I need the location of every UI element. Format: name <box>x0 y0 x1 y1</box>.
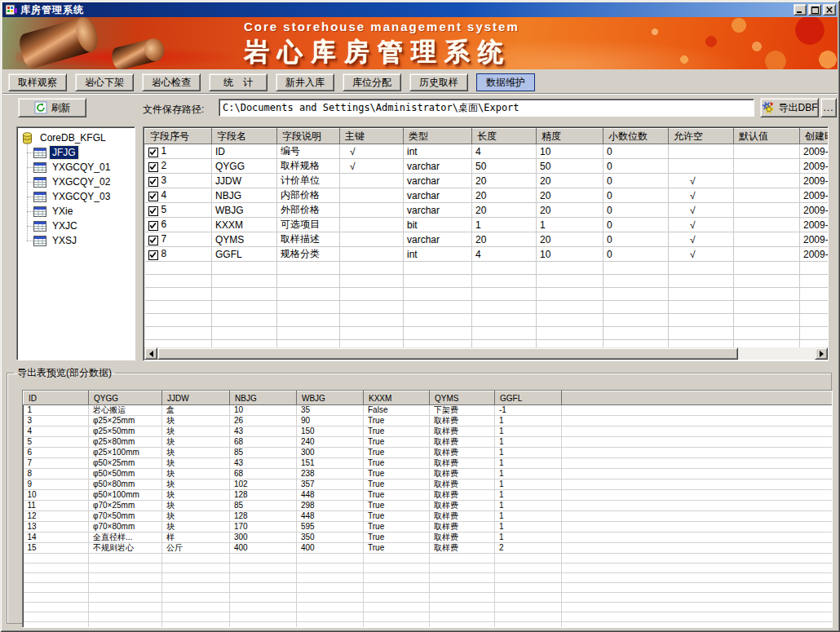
field-cell-precision: 1 <box>537 218 603 232</box>
checkbox-checked[interactable] <box>148 250 158 260</box>
preview-cell <box>562 448 833 458</box>
nav-button-8[interactable]: 数据维护 <box>476 73 535 91</box>
preview-column-header-6[interactable]: KXXM <box>364 391 430 405</box>
field-row[interactable]: 1ID编号√int41002009-4- <box>145 144 829 159</box>
fields-column-header-7[interactable]: 精度 <box>537 129 603 144</box>
scrollbar-thumb[interactable] <box>157 347 738 360</box>
field-cell-precision: 20 <box>537 174 603 188</box>
fields-column-header-11[interactable]: 创建时 <box>800 129 829 144</box>
preview-cell: 1 <box>495 511 562 522</box>
field-cell-desc: 可选项目 <box>277 218 340 232</box>
tree-item-YXie[interactable]: YXie <box>19 204 133 219</box>
field-row[interactable]: 8GGFL规格分类int4100√2009-4- <box>145 247 829 262</box>
export-dbf-button[interactable]: 导出DBF <box>760 98 819 117</box>
tree-item-YXGCQY_03[interactable]: YXGCQY_03 <box>19 189 133 204</box>
preview-column-header-5[interactable]: WBJG <box>297 391 364 405</box>
tree-item-YXGCQY_01[interactable]: YXGCQY_01 <box>19 160 133 175</box>
field-row[interactable]: 3JJDW计价单位varchar20200√2009-4- <box>145 174 829 188</box>
tree-item-YXSJ[interactable]: YXSJ <box>19 233 133 248</box>
field-cell-desc: 取样规格 <box>277 159 340 174</box>
nav-button-6[interactable]: 库位分配 <box>343 73 401 91</box>
field-row[interactable]: 2QYGG取样规格√varchar505002009-4- <box>145 159 829 174</box>
preview-column-header-2[interactable]: QYGG <box>89 391 162 405</box>
field-row[interactable]: 4NBJG内部价格varchar20200√2009-4- <box>145 188 829 203</box>
empty-cell <box>734 275 800 288</box>
preview-column-header-8[interactable]: GGFL <box>495 391 562 405</box>
field-row[interactable]: 5WBJG外部价格varchar20200√2009-4- <box>145 203 829 218</box>
fields-column-header-10[interactable]: 默认值 <box>734 129 800 144</box>
table-icon <box>33 236 46 246</box>
checkbox-checked[interactable] <box>148 192 158 201</box>
field-cell-precision: 50 <box>537 159 603 174</box>
empty-cell <box>24 612 89 622</box>
core-samples-image <box>7 19 244 68</box>
tree-root-node[interactable]: CoreDB_KFGL <box>19 130 133 145</box>
fields-column-header-3[interactable]: 字段说明 <box>277 129 340 144</box>
tree-item-YXJC[interactable]: YXJC <box>19 219 133 233</box>
preview-empty-row <box>24 603 833 612</box>
field-cell-scale: 0 <box>603 174 669 188</box>
fields-column-header-4[interactable]: 主键 <box>340 129 404 144</box>
field-row[interactable]: 7QYMS取样描述varchar20200√2009-4- <box>145 232 829 247</box>
fields-column-header-5[interactable]: 类型 <box>404 129 472 144</box>
fields-column-header-8[interactable]: 小数位数 <box>603 129 669 144</box>
preview-column-header-7[interactable]: QYMS <box>430 391 495 405</box>
checkbox-checked[interactable] <box>148 177 158 187</box>
nav-button-5[interactable]: 新井入库 <box>276 73 334 91</box>
empty-cell <box>162 583 230 593</box>
checkbox-checked[interactable] <box>148 221 158 231</box>
field-seq-cell: 1 <box>145 144 212 159</box>
nav-button-4[interactable]: 统 计 <box>209 73 267 91</box>
nav-button-3[interactable]: 岩心检查 <box>142 73 201 91</box>
left-arrow-icon <box>146 351 153 357</box>
preview-column-header-4[interactable]: NBJG <box>230 391 297 405</box>
empty-cell <box>297 583 364 593</box>
checkbox-checked[interactable] <box>148 236 158 245</box>
fields-column-header-1[interactable]: 字段序号 <box>145 129 212 144</box>
preview-cell: True <box>364 458 430 469</box>
fields-column-header-6[interactable]: 长度 <box>472 129 537 144</box>
maximize-button[interactable] <box>808 4 821 15</box>
scroll-left-button[interactable] <box>144 347 157 360</box>
checkbox-checked[interactable] <box>148 162 158 172</box>
browse-button[interactable]: ... <box>820 98 837 117</box>
field-row[interactable]: 6KXXM可选项目bit110√2009-4- <box>145 218 829 232</box>
empty-cell <box>277 327 340 340</box>
nav-button-2[interactable]: 岩心下架 <box>75 73 134 91</box>
preview-cell: 240 <box>297 437 364 448</box>
tree-item-label: YXie <box>50 205 75 218</box>
checkbox-checked[interactable] <box>148 206 158 216</box>
right-arrow-icon <box>820 351 827 357</box>
table-icon <box>33 177 46 188</box>
file-path-input[interactable] <box>219 99 754 117</box>
preview-column-header-3[interactable]: JJDW <box>162 391 230 405</box>
preview-group-title: 导出表预览(部分数据) <box>14 366 115 380</box>
field-cell-created: 2009-4- <box>800 247 829 262</box>
preview-cell: 10 <box>230 405 297 416</box>
field-cell-nullable: √ <box>669 174 734 188</box>
empty-cell <box>537 301 603 314</box>
refresh-button[interactable]: 刷新 <box>18 98 86 117</box>
close-button[interactable] <box>823 4 836 15</box>
preview-column-header-1[interactable]: ID <box>24 391 89 405</box>
empty-cell <box>800 327 829 340</box>
minimize-button[interactable] <box>794 4 807 15</box>
fields-column-header-9[interactable]: 允许空 <box>669 129 734 144</box>
field-cell-type: varchar <box>404 232 472 247</box>
field-cell-desc: 内部价格 <box>277 188 340 203</box>
preview-cell <box>562 469 833 480</box>
tree-item-JFJG[interactable]: JFJG <box>19 145 133 160</box>
preview-cell: 块 <box>162 469 230 480</box>
preview-row: 6φ25×100mm块85300True取样费1 <box>24 448 833 458</box>
empty-cell <box>495 563 562 573</box>
nav-button-7[interactable]: 历史取样 <box>409 73 468 91</box>
checkbox-checked[interactable] <box>148 148 158 157</box>
preview-cell: 5 <box>24 437 89 448</box>
horizontal-scrollbar[interactable] <box>144 347 828 360</box>
preview-column-header-9[interactable] <box>562 391 833 405</box>
tree-item-YXGCQY_02[interactable]: YXGCQY_02 <box>19 175 133 189</box>
field-cell-type: bit <box>404 218 472 232</box>
scroll-right-button[interactable] <box>815 347 828 360</box>
nav-button-1[interactable]: 取样观察 <box>8 73 67 91</box>
fields-column-header-2[interactable]: 字段名 <box>212 129 277 144</box>
